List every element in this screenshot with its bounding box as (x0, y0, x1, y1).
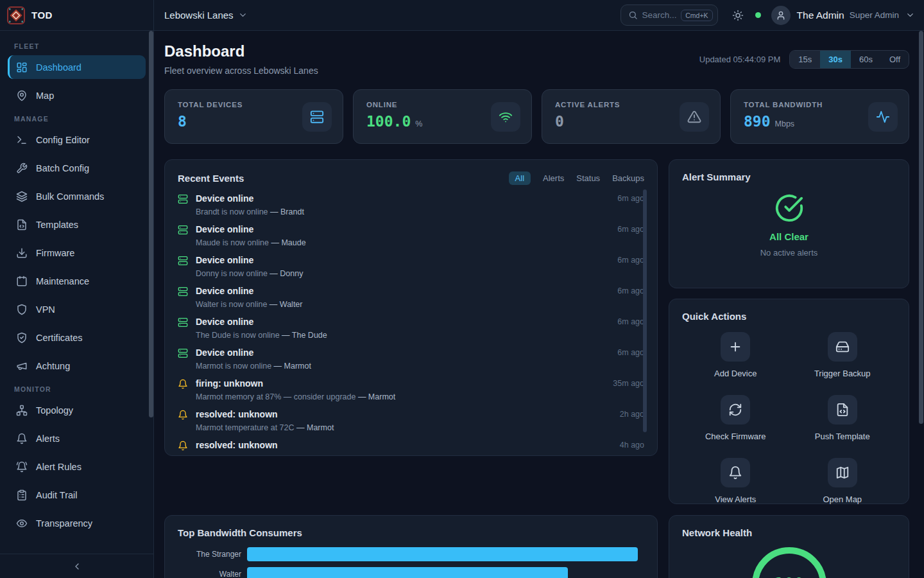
quick-action-label: View Alerts (715, 495, 756, 504)
event-body: Device onlineDonny is now online — Donny (196, 254, 610, 285)
sidebar-section: FLEETDashboardMap (8, 42, 146, 107)
bandwidth-bar-track (247, 547, 644, 561)
event-device: — The Dude (280, 331, 327, 340)
server-icon (178, 193, 188, 223)
event-tab-alerts[interactable]: Alerts (543, 171, 564, 185)
event-body: Device onlineMaude is now online — Maude (196, 223, 610, 254)
user-menu-chevron[interactable] (905, 10, 915, 20)
page-header: Dashboard Fleet overview across Lebowski… (164, 42, 909, 76)
interval-button-15s[interactable]: 15s (790, 51, 820, 68)
interval-button-60s[interactable]: 60s (851, 51, 881, 68)
sidebar-item-batch-config[interactable]: Batch Config (8, 156, 146, 180)
terminal-icon (16, 134, 28, 146)
sidebar-item-maintenance[interactable]: Maintenance (8, 269, 146, 293)
sidebar-item-transparency[interactable]: Transparency (8, 511, 146, 535)
events-scrollbar[interactable] (643, 189, 647, 432)
event-title: resolved: unknown (196, 440, 612, 451)
org-switcher[interactable]: Lebowski Lanes (164, 10, 248, 21)
connection-status-dot (755, 12, 761, 18)
page-title: Dashboard (164, 42, 318, 60)
event-list-item[interactable]: Device onlineMaude is now online — Maude… (178, 223, 644, 254)
sidebar-item-vpn[interactable]: VPN (8, 297, 146, 321)
event-body: resolved: unknown (196, 439, 612, 456)
sidebar-item-bulk-commands[interactable]: Bulk Commands (8, 184, 146, 208)
sidebar-item-map[interactable]: Map (8, 83, 146, 107)
interval-button-off[interactable]: Off (881, 51, 909, 68)
quick-action-push-template[interactable]: Push Template (815, 395, 870, 441)
plus-icon (728, 340, 742, 354)
quick-action-open-map[interactable]: Open Map (823, 458, 862, 504)
sidebar-item-topology[interactable]: Topology (8, 398, 146, 422)
server-icon (178, 347, 188, 378)
sidebar-item-certificates[interactable]: Certificates (8, 326, 146, 349)
sidebar-scrollbar[interactable] (149, 31, 153, 417)
layers-icon (16, 191, 28, 202)
avatar[interactable] (771, 6, 791, 25)
event-description: Brandt is now online (196, 207, 268, 216)
sidebar-item-audit-trail[interactable]: Audit Trail (8, 483, 146, 507)
event-list-item[interactable]: Device onlineDonny is now online — Donny… (178, 254, 644, 285)
network-health-panel: Network Health 100 (669, 515, 909, 578)
main-scrollbar[interactable] (919, 31, 923, 424)
event-list-item[interactable]: firing: unknownMarmot memory at 87% — co… (178, 378, 644, 408)
bell-icon (178, 408, 188, 439)
event-list-item[interactable]: Device onlineBrandt is now online — Bran… (178, 193, 644, 223)
event-description: Donny is now online (196, 269, 268, 278)
search-input[interactable] (642, 10, 677, 20)
sidebar-item-dashboard[interactable]: Dashboard (8, 55, 146, 79)
search-box[interactable]: Cmd+K (620, 4, 718, 26)
event-subtitle: Walter is now online — Walter (196, 300, 610, 309)
sidebar-collapse-button[interactable] (0, 554, 153, 578)
event-list-item[interactable]: Device onlineWalter is now online — Walt… (178, 285, 644, 316)
quick-action-trigger-backup[interactable]: Trigger Backup (814, 332, 871, 378)
quick-action-add-device[interactable]: Add Device (714, 332, 757, 378)
event-tab-status[interactable]: Status (576, 171, 600, 185)
event-title: Device online (196, 347, 610, 358)
event-timestamp: 4h ago (620, 441, 644, 456)
quick-action-check-firmware[interactable]: Check Firmware (705, 395, 766, 441)
dashboard-icon (16, 62, 28, 73)
recent-events-title: Recent Events (178, 173, 244, 184)
event-body: resolved: unknownMarmot temperature at 7… (196, 408, 612, 439)
theme-toggle-button[interactable] (732, 10, 744, 21)
sidebar-item-templates[interactable]: Templates (8, 213, 146, 236)
quick-actions-grid: Add DeviceTrigger BackupCheck FirmwarePu… (682, 332, 896, 504)
stat-card: TOTAL DEVICES8 (164, 89, 343, 144)
refresh-interval-group: 15s30s60sOff (789, 50, 909, 69)
event-list-item[interactable]: resolved: unknown4h ago (178, 439, 644, 456)
event-title: Device online (196, 224, 610, 235)
sidebar-item-firmware[interactable]: Firmware (8, 241, 146, 265)
event-list-item[interactable]: Device onlineThe Dude is now online — Th… (178, 316, 644, 347)
sidebar-section-label: FLEET (14, 42, 139, 50)
sidebar-item-alerts[interactable]: Alerts (8, 426, 146, 450)
event-subtitle: Brandt is now online — Brandt (196, 207, 610, 216)
stat-value: 8 (178, 113, 187, 130)
quick-action-view-alerts[interactable]: View Alerts (715, 458, 756, 504)
event-description: Marmot memory at 87% — consider upgrade (196, 392, 355, 401)
clipboard-list-icon (16, 489, 28, 501)
sidebar-nav: FLEETDashboardMapMANAGEConfig EditorBatc… (0, 31, 153, 554)
sidebar-section: MONITORTopologyAlertsAlert RulesAudit Tr… (8, 385, 146, 535)
event-subtitle: Maude is now online — Maude (196, 238, 610, 247)
server-icon (178, 316, 188, 347)
sidebar-item-label: Alerts (36, 434, 60, 444)
event-device: — Marmot (271, 362, 311, 371)
sidebar-item-label: Transparency (36, 518, 92, 529)
event-device: — Donny (268, 269, 304, 278)
bandwidth-bar-track (247, 567, 644, 578)
quick-action-label: Add Device (714, 369, 757, 378)
event-tab-backups[interactable]: Backups (612, 171, 644, 185)
activity-icon (876, 110, 890, 124)
sidebar-section: MANAGEConfig EditorBatch ConfigBulk Comm… (8, 115, 146, 378)
event-title: Device online (196, 193, 610, 204)
bell-icon (178, 410, 188, 420)
interval-button-30s[interactable]: 30s (820, 51, 851, 68)
sidebar-item-achtung[interactable]: Achtung (8, 354, 146, 378)
server-icon (178, 286, 188, 297)
event-list-item[interactable]: resolved: unknownMarmot temperature at 7… (178, 408, 644, 439)
event-tab-all[interactable]: All (509, 171, 531, 185)
event-list-item[interactable]: Device onlineMarmot is now online — Marm… (178, 347, 644, 378)
recent-events-panel: Recent Events AllAlertsStatusBackups Dev… (164, 159, 658, 456)
sidebar-item-config-editor[interactable]: Config Editor (8, 128, 146, 152)
sidebar-item-alert-rules[interactable]: Alert Rules (8, 455, 146, 478)
